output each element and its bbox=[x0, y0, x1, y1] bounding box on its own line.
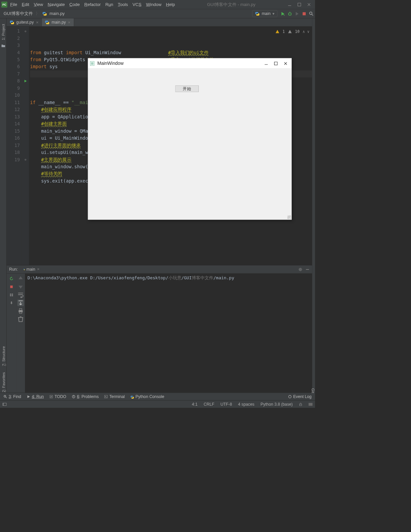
menu-tools[interactable]: Tools bbox=[118, 2, 128, 7]
folder-icon[interactable] bbox=[1, 44, 5, 48]
run-left-toolbar-2 bbox=[16, 274, 25, 393]
softwrap-icon[interactable] bbox=[17, 291, 24, 298]
tool-problems[interactable]: 6: Problems bbox=[72, 394, 99, 399]
rerun-icon[interactable] bbox=[8, 275, 15, 282]
app-mainwindow[interactable]: MainWindow 开始 bbox=[88, 58, 292, 220]
tab-close-icon[interactable]: ✕ bbox=[37, 267, 40, 271]
tab-guitest[interactable]: guitest.py ✕ bbox=[7, 18, 42, 26]
status-interpreter[interactable]: Python 3.8 (base) bbox=[260, 402, 293, 407]
menu-refactor[interactable]: Refactor bbox=[84, 2, 101, 7]
maximize-icon[interactable] bbox=[297, 2, 301, 6]
tool-favorites[interactable]: 2: Favorites bbox=[1, 372, 5, 392]
stop-icon[interactable] bbox=[8, 283, 15, 290]
warning-icon bbox=[275, 30, 279, 34]
right-tool-gutter bbox=[312, 18, 315, 393]
minimize-icon[interactable] bbox=[288, 2, 292, 6]
run-coverage-icon[interactable] bbox=[295, 11, 299, 16]
mainwindow-title: MainWindow bbox=[97, 61, 124, 66]
python-file-icon bbox=[42, 11, 47, 16]
menu-file[interactable]: File bbox=[10, 2, 17, 7]
mainwindow-titlebar[interactable]: MainWindow bbox=[88, 59, 291, 69]
menu-navigate[interactable]: Navigate bbox=[48, 2, 65, 7]
pin-icon[interactable] bbox=[8, 300, 15, 307]
tab-label: guitest.py bbox=[16, 20, 34, 25]
menu-code[interactable]: Code bbox=[69, 2, 80, 7]
inspection-widget[interactable]: 1 10 ∧ ∨ bbox=[275, 28, 310, 35]
menu-view[interactable]: View bbox=[34, 2, 43, 7]
scroll-to-end-icon[interactable] bbox=[17, 300, 24, 306]
search-everywhere-icon[interactable] bbox=[309, 11, 314, 16]
svg-rect-5 bbox=[10, 286, 13, 288]
tool-windows-icon[interactable] bbox=[3, 402, 7, 406]
tab-close-icon[interactable]: ✕ bbox=[36, 20, 39, 24]
tool-project[interactable]: 1: Project bbox=[1, 22, 5, 42]
svg-rect-6 bbox=[10, 294, 11, 295]
status-position[interactable]: 4:1 bbox=[192, 402, 198, 407]
python-file-icon bbox=[45, 20, 50, 25]
svg-rect-7 bbox=[12, 294, 13, 295]
gear-icon[interactable] bbox=[295, 267, 302, 271]
run-console-output[interactable]: D:\Anaconda3\python.exe D:/Users/xiaofen… bbox=[25, 274, 312, 393]
tool-git[interactable]: Git bbox=[311, 388, 315, 393]
run-left-toolbar bbox=[7, 274, 16, 393]
tool-todo[interactable]: TODO bbox=[50, 394, 66, 399]
python-file-icon bbox=[10, 20, 14, 25]
svg-rect-21 bbox=[308, 403, 312, 406]
menu-vcs[interactable]: VCS bbox=[133, 2, 142, 7]
pycharm-logo: PC bbox=[2, 2, 7, 7]
tool-run[interactable]: 4: Run bbox=[27, 394, 44, 399]
tool-structure[interactable]: 7: Structure bbox=[1, 346, 5, 366]
breadcrumb-file[interactable]: main.py bbox=[50, 11, 65, 16]
close-icon[interactable] bbox=[284, 62, 287, 65]
run-button-icon[interactable] bbox=[280, 11, 285, 16]
chevron-down-icon: ▾ bbox=[272, 11, 274, 16]
nav-bar: GUI博客中文件 〉 main.py main ▾ bbox=[0, 9, 315, 19]
widescreen-icon[interactable] bbox=[308, 403, 312, 406]
menu-window[interactable]: Window bbox=[146, 2, 161, 7]
left-tool-gutter: 1: Project bbox=[0, 18, 7, 393]
left-bottom-tools: 7: Structure 2: Favorites bbox=[0, 346, 7, 392]
resize-grip-icon[interactable] bbox=[287, 215, 291, 219]
main-menu: File Edit View Navigate Code Refactor Ru… bbox=[9, 2, 175, 7]
print-icon[interactable] bbox=[17, 308, 24, 314]
svg-rect-24 bbox=[274, 62, 277, 65]
stop-button-icon[interactable] bbox=[302, 11, 307, 16]
warning-count-2: 10 bbox=[295, 28, 300, 35]
minimize-icon[interactable] bbox=[264, 62, 268, 65]
menu-help[interactable]: Help bbox=[166, 2, 175, 7]
status-indent[interactable]: 4 spaces bbox=[238, 402, 255, 407]
tab-main[interactable]: main.py ✕ bbox=[42, 18, 74, 26]
down-icon[interactable] bbox=[17, 283, 24, 290]
ide-titlebar: PC File Edit View Navigate Code Refactor… bbox=[0, 0, 315, 9]
close-icon[interactable] bbox=[307, 2, 311, 6]
menu-edit[interactable]: Edit bbox=[22, 2, 29, 7]
status-eol[interactable]: CRLF bbox=[204, 402, 214, 407]
tool-terminal[interactable]: Terminal bbox=[104, 394, 125, 399]
up-icon[interactable] bbox=[17, 275, 24, 282]
event-log[interactable]: Event Log bbox=[288, 394, 312, 399]
warning-count-1: 1 bbox=[282, 28, 285, 35]
fold-gutter: ⊖⊖ bbox=[22, 27, 29, 265]
python-icon bbox=[20, 267, 25, 272]
layout-icon[interactable] bbox=[8, 291, 15, 298]
hide-icon[interactable] bbox=[302, 267, 309, 271]
maximize-icon[interactable] bbox=[274, 62, 278, 65]
status-encoding[interactable]: UTF-8 bbox=[220, 402, 232, 407]
debug-button-icon[interactable] bbox=[288, 11, 292, 16]
run-config-select[interactable]: main ▾ bbox=[252, 10, 277, 17]
mainwindow-body: 开始 bbox=[88, 68, 291, 219]
trash-icon[interactable] bbox=[17, 316, 24, 323]
window-controls bbox=[288, 2, 315, 6]
right-side-tool: Git bbox=[311, 388, 315, 393]
breadcrumb-root[interactable]: GUI博客中文件 bbox=[4, 11, 33, 17]
svg-rect-23 bbox=[91, 62, 94, 65]
tool-find[interactable]: 3: Find bbox=[4, 394, 21, 399]
svg-point-3 bbox=[310, 12, 312, 15]
start-button[interactable]: 开始 bbox=[175, 85, 199, 92]
menu-run[interactable]: Run bbox=[105, 2, 113, 7]
lock-icon[interactable] bbox=[299, 402, 302, 406]
breadcrumb-sep: 〉 bbox=[36, 11, 40, 17]
tab-close-icon[interactable]: ✕ bbox=[68, 20, 70, 24]
svg-point-4 bbox=[300, 269, 301, 270]
tool-python-console[interactable]: Python Console bbox=[130, 394, 164, 399]
